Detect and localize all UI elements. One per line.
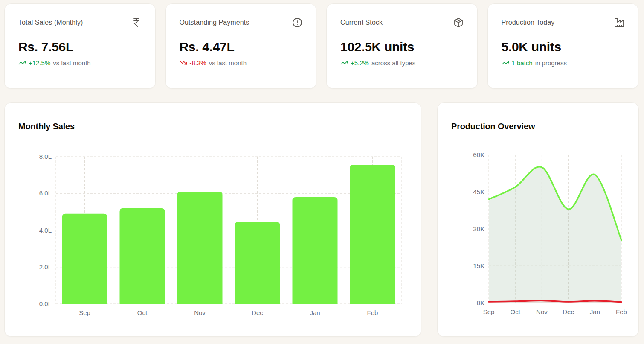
monthly-sales-svg: 0.0L2.0L4.0L6.0L8.0LSepOctNovDecJanFeb <box>5 103 422 337</box>
stat-card-header: Outstanding Payments <box>180 17 303 28</box>
stat-card-header: Total Sales (Monthly) <box>18 17 142 28</box>
stat-card-header: Current Stock <box>340 17 464 28</box>
bar-dec <box>235 222 280 304</box>
trend-value: -8.3% <box>190 59 206 67</box>
rupee-icon <box>131 17 142 28</box>
axis-label: 2.0L <box>39 263 52 271</box>
axis-label: 4.0L <box>39 227 52 234</box>
trend-value: +12.5% <box>29 59 50 67</box>
stat-card-production-today: Production Today 5.0K units 1 batch in p… <box>487 3 639 89</box>
axis-label: 6.0L <box>39 189 52 197</box>
trending-up-icon <box>502 59 509 67</box>
trend: +5.2% across all types <box>340 59 464 67</box>
axis-label: Feb <box>367 309 378 316</box>
bar-nov <box>177 192 223 304</box>
stat-card-title: Total Sales (Monthly) <box>18 19 83 26</box>
stat-card-value: Rs. 4.47L <box>180 40 303 54</box>
bar-jan <box>293 197 338 304</box>
axis-label: Jan <box>590 308 600 315</box>
axis-label: Oct <box>511 308 521 315</box>
production-overview-card: Production Overview 0K15K30K45K60KSepOct… <box>437 102 639 337</box>
trend-text: across all types <box>371 59 415 67</box>
axis-label: 45K <box>473 188 484 195</box>
axis-label: Nov <box>194 309 206 316</box>
axis-label: 60K <box>473 151 484 158</box>
dashboard: { "page": { "background": "#f8f5f0" }, "… <box>0 0 644 344</box>
axis-label: 8.0L <box>39 153 52 160</box>
axis-label: 0K <box>477 299 484 306</box>
stat-card-value: Rs. 7.56L <box>18 40 142 54</box>
trend: -8.3% vs last month <box>180 59 303 67</box>
axis-label: Sep <box>79 309 90 316</box>
bar-oct <box>120 208 165 304</box>
stat-cards-row: Total Sales (Monthly) Rs. 7.56L +12.5% v… <box>4 3 638 89</box>
trending-down-icon <box>180 59 187 67</box>
stat-card-value: 5.0K units <box>502 40 625 54</box>
stat-card-total-sales: Total Sales (Monthly) Rs. 7.56L +12.5% v… <box>4 3 156 89</box>
stat-card-outstanding-payments: Outstanding Payments Rs. 4.47L -8.3% vs … <box>165 3 317 89</box>
stat-card-title: Production Today <box>502 19 555 26</box>
green-series-area <box>489 167 621 303</box>
trend: +12.5% vs last month <box>18 59 142 67</box>
trend-text: vs last month <box>53 59 90 67</box>
trend: 1 batch in progress <box>502 59 625 67</box>
stat-card-header: Production Today <box>502 17 625 28</box>
bar-sep <box>62 214 107 304</box>
trend-value: +5.2% <box>351 59 369 67</box>
production-overview-svg: 0K15K30K45K60KSepOctNovDecJanFeb <box>438 103 639 337</box>
axis-label: Feb <box>616 308 627 315</box>
axis-label: Dec <box>252 309 263 316</box>
stat-card-title: Outstanding Payments <box>180 19 249 26</box>
axis-label: Jan <box>310 309 320 316</box>
package-icon <box>453 17 464 28</box>
axis-label: 15K <box>473 262 484 269</box>
trending-up-icon <box>340 59 348 67</box>
axis-label: Oct <box>137 309 148 316</box>
trending-up-icon <box>18 59 26 67</box>
trend-value: 1 batch <box>512 59 533 67</box>
trend-text: in progress <box>535 59 567 67</box>
stat-card-title: Current Stock <box>340 19 383 26</box>
stat-card-current-stock: Current Stock 102.5K units +5.2% across … <box>326 3 478 89</box>
alert-circle-icon <box>292 17 302 28</box>
charts-row: Monthly Sales 0.0L2.0L4.0L6.0L8.0LSepOct… <box>4 102 639 337</box>
axis-label: Sep <box>483 308 495 315</box>
axis-label: 30K <box>473 225 484 233</box>
axis-label: 0.0L <box>39 300 52 307</box>
trend-text: vs last month <box>209 59 247 67</box>
bar-feb <box>350 165 395 304</box>
axis-label: Dec <box>563 308 574 315</box>
monthly-sales-card: Monthly Sales 0.0L2.0L4.0L6.0L8.0LSepOct… <box>4 102 421 337</box>
factory-icon <box>614 17 624 28</box>
axis-label: Nov <box>536 308 548 315</box>
stat-card-value: 102.5K units <box>340 40 464 54</box>
